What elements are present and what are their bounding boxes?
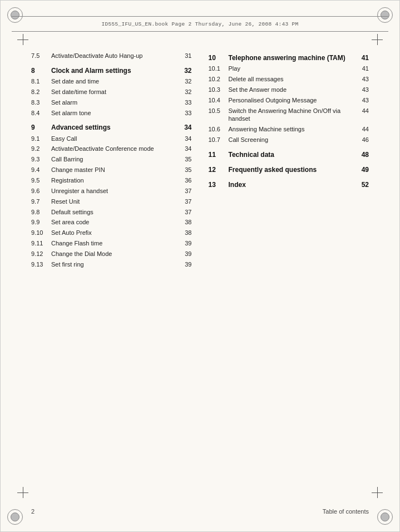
toc-title: Change Flash time (51, 238, 178, 249)
toc-entry: 9.5Registration36 (31, 175, 192, 186)
toc-page: 39 (178, 238, 192, 249)
toc-entry: 10.7Call Screening46 (209, 135, 369, 145)
toc-entry: 9.4Change master PIN35 (31, 165, 192, 175)
toc-entry: 13Index52 (209, 178, 369, 190)
toc-title: Activate/Deactivate Conference mode (51, 144, 178, 154)
toc-number: 8.4 (31, 108, 51, 119)
right-column: 10Telephone answering machine (TAM)4110.… (209, 45, 369, 481)
toc-page: 34 (178, 134, 192, 144)
toc-page: 37 (178, 196, 192, 207)
toc-number: 9.5 (31, 175, 51, 186)
crosshair-br (372, 487, 383, 498)
toc-number: 10 (209, 51, 229, 63)
toc-entry: 9.8Default settings37 (31, 207, 192, 218)
toc-title: Play (229, 63, 355, 74)
toc-entry: 8.3Set alarm33 (31, 97, 192, 108)
toc-page: 41 (355, 51, 369, 63)
toc-page: 44 (355, 124, 369, 135)
toc-number: 8.3 (31, 97, 51, 108)
crosshair-bl (17, 487, 28, 498)
toc-title: Set alarm (51, 97, 178, 108)
toc-page: 48 (355, 147, 369, 160)
toc-page: 32 (178, 87, 192, 97)
toc-title: Clock and Alarm settings (51, 63, 178, 76)
toc-number: 9.3 (31, 154, 51, 165)
toc-page: 36 (178, 175, 192, 186)
toc-number: 9.10 (31, 228, 51, 238)
toc-number: 12 (209, 162, 229, 175)
toc-number: 10.5 (209, 106, 229, 125)
toc-title: Change the Dial Mode (51, 249, 178, 259)
toc-page: 41 (355, 63, 369, 74)
toc-page: 43 (355, 74, 369, 85)
page-frame: ID555_IFU_US_EN.book Page 2 Thursday, Ju… (0, 0, 400, 532)
footer-page-number: 2 (31, 508, 34, 515)
toc-title: Advanced settings (51, 120, 178, 133)
crosshair-tl (17, 34, 28, 45)
toc-page: 31 (178, 51, 192, 61)
toc-number: 10.2 (209, 74, 229, 85)
toc-title: Personalised Outgoing Message (229, 95, 355, 106)
toc-title: Reset Unit (51, 196, 178, 207)
toc-title: Set alarm tone (51, 108, 178, 119)
toc-number: 9.2 (31, 144, 51, 154)
toc-number: 9.8 (31, 207, 51, 218)
toc-number: 10.6 (209, 124, 229, 135)
toc-page: 33 (178, 97, 192, 108)
toc-title: Change master PIN (51, 165, 178, 175)
crosshair-tr (372, 34, 383, 45)
corner-deco-bl-inner (11, 513, 19, 521)
toc-page: 44 (355, 106, 369, 125)
toc-entry: 9.3Call Barring35 (31, 154, 192, 165)
toc-number: 9.7 (31, 196, 51, 207)
toc-entry: 9Advanced settings34 (31, 120, 192, 133)
toc-title: Activate/Deactivate Auto Hang-up (51, 51, 178, 61)
content-area: 7.5Activate/Deactivate Auto Hang-up318Cl… (31, 45, 369, 481)
toc-title: Switch the Answering Machine On/Off via … (229, 106, 355, 125)
toc-entry: 8Clock and Alarm settings32 (31, 63, 192, 76)
toc-page: 32 (178, 63, 192, 76)
toc-page: 34 (178, 144, 192, 154)
toc-title: Set Auto Prefix (51, 228, 178, 238)
toc-title: Delete all messages (229, 74, 355, 85)
toc-number: 9.12 (31, 249, 51, 259)
left-column: 7.5Activate/Deactivate Auto Hang-up318Cl… (31, 45, 192, 481)
toc-entry: 8.4Set alarm tone33 (31, 108, 192, 119)
toc-page: 34 (178, 120, 192, 133)
toc-entry: 10.6Answering Machine settings44 (209, 124, 369, 135)
toc-title: Set first ring (51, 259, 178, 270)
toc-entry: 9.13Set first ring39 (31, 259, 192, 270)
toc-number: 10.4 (209, 95, 229, 106)
corner-deco-br-inner (381, 513, 389, 521)
toc-entry: 10Telephone answering machine (TAM)41 (209, 51, 369, 63)
toc-title: Call Barring (51, 154, 178, 165)
toc-number: 10.3 (209, 85, 229, 95)
toc-title: Set date and time (51, 76, 178, 87)
toc-number: 9.11 (31, 238, 51, 249)
toc-number: 10.7 (209, 135, 229, 145)
toc-entry: 7.5Activate/Deactivate Auto Hang-up31 (31, 51, 192, 61)
toc-title: Answering Machine settings (229, 124, 355, 135)
toc-number: 8 (31, 63, 51, 76)
toc-page: 49 (355, 162, 369, 175)
toc-number: 9.4 (31, 165, 51, 175)
header-bar: ID555_IFU_US_EN.book Page 2 Thursday, Ju… (12, 16, 388, 32)
right-toc-table: 10Telephone answering machine (TAM)4110.… (209, 51, 369, 191)
toc-entry: 8.2Set date/time format32 (31, 87, 192, 97)
toc-entry: 10.1Play41 (209, 63, 369, 74)
toc-page: 38 (178, 217, 192, 228)
toc-entry: 10.4Personalised Outgoing Message43 (209, 95, 369, 106)
toc-entry: 9.10Set Auto Prefix38 (31, 228, 192, 238)
toc-page: 35 (178, 154, 192, 165)
toc-page: 46 (355, 135, 369, 145)
toc-number: 9 (31, 120, 51, 133)
toc-page: 43 (355, 85, 369, 95)
toc-page: 32 (178, 76, 192, 87)
toc-page: 35 (178, 165, 192, 175)
toc-number: 11 (209, 147, 229, 160)
toc-page: 43 (355, 95, 369, 106)
toc-page: 33 (178, 108, 192, 119)
toc-number: 13 (209, 178, 229, 190)
toc-page: 39 (178, 259, 192, 270)
toc-number: 9.6 (31, 186, 51, 196)
